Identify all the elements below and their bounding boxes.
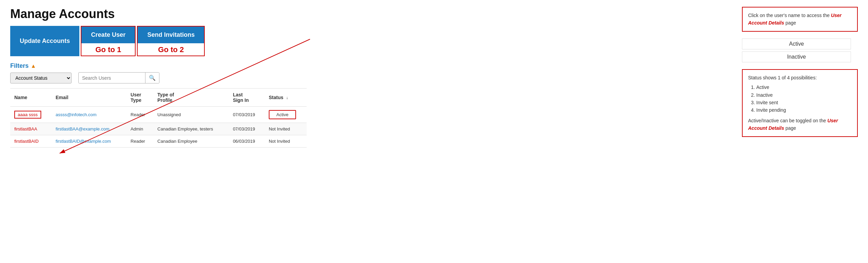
update-accounts-button[interactable]: Update Accounts <box>10 26 79 56</box>
annotations-panel: Click on the user's name to access the U… <box>742 7 858 137</box>
filters-text: Filters <box>10 62 29 69</box>
create-user-button[interactable]: Create User <box>81 27 135 43</box>
table-header-row: Name Email UserType Type ofProfile LastS… <box>10 89 307 107</box>
table-row: aaaa ssss assss@infotech.com Reader Unas… <box>10 107 307 123</box>
row3-type-of-profile: Canadian Employee <box>153 135 229 148</box>
row1-type-of-profile: Unassigned <box>153 107 229 123</box>
row1-status-highlighted: Active <box>269 110 296 119</box>
status-option-2: Inactive <box>756 91 852 99</box>
inactive-status-label: Inactive <box>742 51 851 62</box>
row3-last-sign-in: 06/03/2019 <box>229 135 265 148</box>
col-user-type: UserType <box>126 89 153 107</box>
row2-name-link[interactable]: firstlastBAA <box>14 126 37 132</box>
col-type-of-profile: Type ofProfile <box>153 89 229 107</box>
col-email: Email <box>51 89 126 107</box>
toolbar: Update Accounts Create User Go to 1 Send… <box>10 26 307 56</box>
row2-user-type: Admin <box>126 123 153 135</box>
row1-name-cell: aaaa ssss <box>10 107 51 123</box>
annotation2-footer: Active/Inactive can be toggled on the Us… <box>748 117 852 132</box>
create-user-wrapper: Create User Go to 1 <box>81 26 136 56</box>
status-option-1: Active <box>756 83 852 91</box>
row3-status-cell: Not Invited <box>265 135 307 148</box>
row1-email-link[interactable]: assss@infotech.com <box>56 112 96 117</box>
filters-section: Filters ▲ Account Status Active Inactive… <box>10 62 307 83</box>
search-wrapper: 🔍 <box>78 72 159 83</box>
send-invitations-button[interactable]: Send Invitations <box>138 27 204 43</box>
filters-row: Account Status Active Inactive Invite se… <box>10 72 307 83</box>
row1-last-sign-in: 07/03/2019 <box>229 107 265 123</box>
status-option-4: Invite pending <box>756 106 852 114</box>
col-name: Name <box>10 89 51 107</box>
table-row: firstlastBAID firstlastBAID@example.com … <box>10 135 307 148</box>
search-button[interactable]: 🔍 <box>145 73 159 83</box>
row2-type-of-profile: Canadian Employee, testers <box>153 123 229 135</box>
row3-user-type: Reader <box>126 135 153 148</box>
row2-email-cell: firstlastBAA@example.com <box>51 123 126 135</box>
page-title: Manage Accounts <box>10 7 307 21</box>
send-invitations-wrapper: Send Invitations Go to 2 <box>137 26 205 56</box>
annotation2-intro: Status shows 1 of 4 possibilities: <box>748 75 817 80</box>
status-sort-icon[interactable]: ↓ <box>286 95 288 100</box>
row2-last-sign-in: 07/03/2019 <box>229 123 265 135</box>
create-user-goto-label: Go to 1 <box>81 43 135 56</box>
account-status-dropdown[interactable]: Account Status Active Inactive Invite se… <box>10 73 72 83</box>
row3-email-link[interactable]: firstlastBAID@example.com <box>56 139 111 144</box>
row1-email-cell: assss@infotech.com <box>51 107 126 123</box>
row1-name-link[interactable]: aaaa ssss <box>18 112 38 117</box>
status-labels-panel: Active Inactive <box>742 38 858 62</box>
filter-icon: ▲ <box>31 63 36 69</box>
accounts-table: Name Email UserType Type ofProfile LastS… <box>10 88 307 148</box>
annotation1-text2: page <box>784 20 796 26</box>
status-option-3: Invite sent <box>756 99 852 106</box>
row1-name-highlighted: aaaa ssss <box>14 111 41 119</box>
annotation2-footer1: Active/Inactive can be toggled on the <box>748 118 827 123</box>
annotation-box-1: Click on the user's name to access the U… <box>742 7 858 32</box>
row2-email-link[interactable]: firstlastBAA@example.com <box>56 126 109 132</box>
search-input[interactable] <box>79 73 145 83</box>
row1-user-type: Reader <box>126 107 153 123</box>
row2-name-cell: firstlastBAA <box>10 123 51 135</box>
row1-status-cell: Active <box>265 107 307 123</box>
filters-label: Filters ▲ <box>10 62 307 69</box>
col-last-sign-in: LastSign In <box>229 89 265 107</box>
row3-email-cell: firstlastBAID@example.com <box>51 135 126 148</box>
col-status: Status ↓ <box>265 89 307 107</box>
annotation2-footer2: page <box>784 125 796 131</box>
table-row: firstlastBAA firstlastBAA@example.com Ad… <box>10 123 307 135</box>
row2-status-cell: Not Invited <box>265 123 307 135</box>
row3-name-link[interactable]: firstlastBAID <box>14 139 39 144</box>
row3-name-cell: firstlastBAID <box>10 135 51 148</box>
active-status-label: Active <box>742 38 851 49</box>
annotation1-text1: Click on the user's name to access the <box>748 13 831 18</box>
send-invitations-goto-label: Go to 2 <box>138 43 204 56</box>
annotation2-list: Active Inactive Invite sent Invite pendi… <box>756 83 852 114</box>
annotation-box-2: Status shows 1 of 4 possibilities: Activ… <box>742 69 858 137</box>
